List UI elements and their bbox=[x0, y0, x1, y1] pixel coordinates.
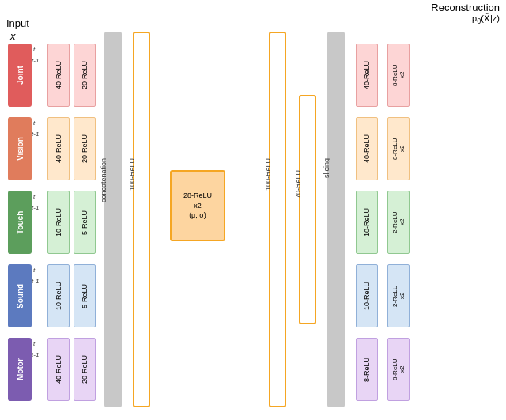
enc1-touch: 10-ReLU bbox=[47, 191, 70, 254]
enc1-vision: 40-ReLU bbox=[47, 117, 70, 180]
dec2-sound: 10-ReLU bbox=[356, 264, 378, 327]
decoder-70relu-bar bbox=[299, 95, 316, 324]
concatenation-label: concatenation bbox=[100, 158, 108, 202]
decoder-100relu-label: 100-ReLU bbox=[264, 158, 272, 191]
latent-box: 28-ReLUx2(μ, σ) bbox=[170, 170, 225, 241]
enc2-vision: 20-ReLU bbox=[74, 117, 96, 180]
enc2-motor: 20-ReLU bbox=[74, 338, 96, 401]
enc1-sound: 10-ReLU bbox=[47, 264, 70, 327]
dec1-joint: 8-ReLU x2 bbox=[387, 44, 410, 107]
dec2-touch: 10-ReLU bbox=[356, 191, 378, 254]
enc2-sound: 5-ReLU bbox=[74, 264, 96, 327]
modality-sound: Sound bbox=[8, 264, 32, 327]
sound-time-t: t bbox=[33, 267, 35, 274]
diagram-container: Input x Reconstruction pθ(X̂|z) Joint t … bbox=[0, 0, 506, 420]
dec1-vision: 8-ReLU x2 bbox=[387, 117, 410, 180]
modality-joint: Joint bbox=[8, 44, 32, 107]
slicing-label: slicing bbox=[323, 158, 330, 178]
latent-label: 28-ReLUx2(μ, σ) bbox=[183, 191, 212, 221]
encoder-100relu-bar bbox=[133, 32, 150, 407]
concatenation-bar bbox=[104, 32, 122, 407]
motor-time-t: t bbox=[33, 340, 35, 347]
slicing-bar bbox=[327, 32, 345, 407]
touch-time-t: t bbox=[33, 193, 35, 200]
enc1-motor: 40-ReLU bbox=[47, 338, 70, 401]
motor-time-t1: t-1 bbox=[32, 351, 39, 358]
dec1-motor: 8-ReLU x2 bbox=[387, 338, 410, 401]
reconstruction-label: Reconstruction pθ(X̂|z) bbox=[431, 2, 500, 25]
reconstruction-formula: pθ(X̂|z) bbox=[431, 13, 500, 25]
decoder-100relu-bar bbox=[269, 32, 286, 407]
modality-motor: Motor bbox=[8, 338, 32, 401]
encoder-100relu-label: 100-ReLU bbox=[128, 158, 136, 191]
reconstruction-title: Reconstruction bbox=[431, 2, 500, 13]
dec1-sound: 2-ReLU x2 bbox=[387, 264, 410, 327]
joint-time-t1: t-1 bbox=[32, 57, 39, 64]
enc2-joint: 20-ReLU bbox=[74, 44, 96, 107]
sound-time-t1: t-1 bbox=[32, 278, 39, 285]
enc2-touch: 5-ReLU bbox=[74, 191, 96, 254]
touch-time-t1: t-1 bbox=[32, 204, 39, 211]
vision-time-t1: t-1 bbox=[32, 131, 39, 138]
dec2-motor: 8-ReLU bbox=[356, 338, 378, 401]
dec2-joint: 40-ReLU bbox=[356, 44, 378, 107]
dec1-touch: 2-ReLU x2 bbox=[387, 191, 410, 254]
joint-time-t: t bbox=[33, 46, 35, 53]
x-label: x bbox=[10, 30, 16, 42]
dec2-vision: 40-ReLU bbox=[356, 117, 378, 180]
input-label: Input bbox=[6, 17, 29, 29]
vision-time-t: t bbox=[33, 119, 35, 127]
modality-touch: Touch bbox=[8, 191, 32, 254]
modality-vision: Vision bbox=[8, 117, 32, 180]
decoder-70relu-label: 70-ReLU bbox=[294, 170, 302, 199]
enc1-joint: 40-ReLU bbox=[47, 44, 70, 107]
